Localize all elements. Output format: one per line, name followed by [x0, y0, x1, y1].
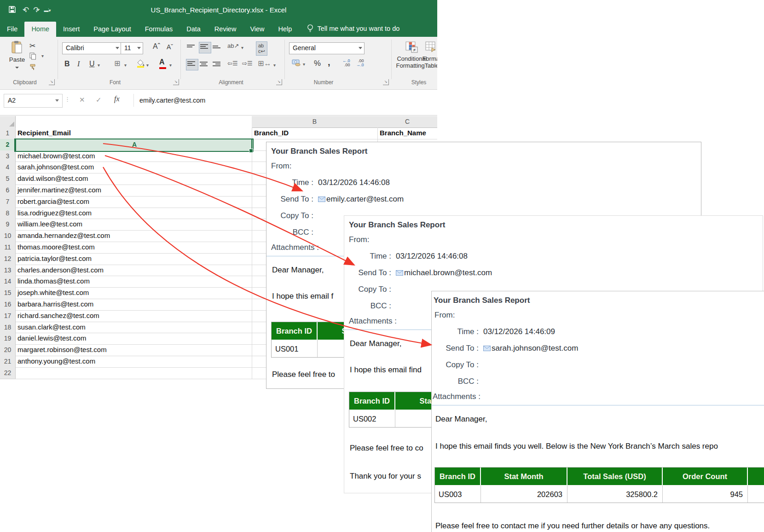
cell-a8[interactable]: lisa.rodriguez@test.com — [15, 208, 252, 220]
row-header[interactable]: 15 — [0, 287, 16, 299]
decrease-font-icon[interactable]: Aˇ — [167, 43, 173, 51]
tab-formulas[interactable]: Formulas — [138, 22, 179, 37]
row-header[interactable]: 10 — [0, 230, 16, 242]
cell-a16[interactable]: barbara.harris@test.com — [15, 299, 252, 311]
tab-help[interactable]: Help — [272, 22, 299, 37]
paste-dropdown-icon[interactable] — [15, 67, 19, 69]
row-header[interactable]: 11 — [0, 242, 16, 254]
column-header-c[interactable]: C — [377, 116, 437, 128]
row-header[interactable]: 8 — [0, 208, 16, 220]
cell-a11[interactable]: thomas.moore@test.com — [15, 242, 252, 254]
paste-button[interactable]: Paste — [6, 40, 28, 71]
cell-a7[interactable]: robert.garcia@test.com — [15, 196, 252, 208]
row-header[interactable]: 14 — [0, 276, 16, 288]
cell-a12[interactable]: patricia.taylor@test.com — [15, 253, 252, 265]
increase-font-icon[interactable]: Aˆ — [153, 42, 160, 51]
format-painter-icon[interactable] — [29, 64, 37, 73]
accounting-dropdown-icon[interactable]: ▾ — [303, 62, 305, 67]
cell-a6[interactable]: jennifer.martinez@test.com — [15, 185, 252, 197]
formula-input[interactable]: emily.carter@test.com — [133, 94, 437, 107]
cell-a1[interactable]: Recipient_Email — [15, 127, 252, 139]
increase-decimal-icon[interactable]: ←.0.00 — [342, 59, 350, 67]
tab-view[interactable]: View — [243, 22, 271, 37]
font-color-dropdown-icon[interactable]: ▾ — [169, 63, 172, 68]
merge-dropdown-icon[interactable]: ▾ — [273, 63, 276, 68]
tab-data[interactable]: Data — [179, 22, 208, 37]
row-header[interactable]: 19 — [0, 333, 16, 345]
font-size-select[interactable]: 11 — [121, 42, 143, 54]
enter-icon[interactable]: ✓ — [96, 96, 102, 104]
cell-a10[interactable]: amanda.hernandez@test.com — [15, 230, 252, 242]
row-header[interactable]: 22 — [0, 367, 16, 379]
tab-insert[interactable]: Insert — [56, 22, 87, 37]
cell-a20[interactable]: margaret.robinson@test.com — [15, 344, 252, 356]
row-header[interactable]: 6 — [0, 185, 16, 197]
percent-style-button[interactable]: % — [314, 59, 321, 68]
tab-file[interactable]: File — [0, 22, 24, 37]
cell-a14[interactable]: linda.thomas@test.com — [15, 276, 252, 288]
align-top-icon[interactable] — [187, 44, 195, 50]
fill-color-dropdown-icon[interactable]: ▾ — [146, 63, 149, 68]
cell-a21[interactable]: anthony.young@test.com — [15, 356, 252, 368]
cell-a15[interactable]: joseph.white@test.com — [15, 287, 252, 299]
column-header-b[interactable]: B — [252, 116, 378, 128]
font-name-select[interactable]: Calibri — [62, 42, 122, 54]
decrease-indent-icon[interactable]: ⇦☰ — [227, 60, 238, 67]
cut-icon[interactable]: ✂ — [29, 41, 35, 50]
wrap-text-icon[interactable]: abc↩ — [256, 41, 267, 56]
formula-bar-splitter[interactable]: ⋮ — [64, 96, 70, 103]
fill-color-icon[interactable] — [136, 59, 145, 69]
align-bottom-icon[interactable] — [213, 45, 220, 51]
insert-function-icon[interactable]: fx — [114, 95, 120, 103]
copy-icon[interactable] — [29, 52, 36, 62]
tab-review[interactable]: Review — [208, 22, 243, 37]
row-header[interactable]: 4 — [0, 162, 16, 173]
alignment-dialog-launcher[interactable]: ↘ — [276, 79, 282, 85]
row-header[interactable]: 13 — [0, 265, 16, 277]
cell-a18[interactable]: susan.clark@test.com — [15, 322, 252, 334]
cell-a13[interactable]: charles.anderson@test.com — [15, 265, 252, 277]
merge-center-icon[interactable]: ⊞↔ — [258, 59, 271, 68]
comma-style-button[interactable]: , — [328, 57, 330, 68]
row-header[interactable]: 2 — [0, 139, 16, 151]
fill-handle[interactable] — [249, 149, 253, 153]
align-center-icon[interactable] — [200, 61, 208, 67]
underline-dropdown-icon[interactable]: ▾ — [98, 63, 100, 68]
row-header[interactable]: 3 — [0, 150, 16, 162]
row-header[interactable]: 20 — [0, 344, 16, 356]
accounting-format-icon[interactable] — [292, 59, 301, 68]
cell-c1[interactable]: Branch_Name — [377, 127, 437, 139]
row-header[interactable]: 18 — [0, 322, 16, 334]
cell-b1[interactable]: Branch_ID — [252, 127, 378, 139]
row-header[interactable]: 7 — [0, 196, 16, 208]
cell-a22[interactable] — [15, 367, 252, 379]
cancel-icon[interactable]: ✕ — [79, 96, 85, 104]
number-format-select[interactable]: General — [289, 42, 365, 54]
clipboard-dialog-launcher[interactable]: ↘ — [49, 79, 55, 85]
row-header[interactable]: 12 — [0, 253, 16, 265]
row-header[interactable]: 9 — [0, 219, 16, 231]
copy-dropdown-icon[interactable]: ▾ — [41, 53, 44, 58]
italic-button[interactable]: I — [77, 60, 80, 68]
cell-a9[interactable]: william.lee@test.com — [15, 219, 252, 231]
cell-a5[interactable]: david.wilson@test.com — [15, 173, 252, 185]
select-all-corner[interactable] — [0, 116, 16, 128]
name-box[interactable]: A2 — [4, 94, 63, 108]
increase-indent-icon[interactable]: ⇨☰ — [242, 60, 253, 67]
row-header[interactable]: 17 — [0, 310, 16, 322]
row-header[interactable]: 21 — [0, 356, 16, 368]
underline-button[interactable]: U — [89, 60, 95, 68]
cell-a17[interactable]: richard.sanchez@test.com — [15, 310, 252, 322]
bold-button[interactable]: B — [64, 60, 70, 68]
borders-dropdown-icon[interactable]: ▾ — [124, 63, 127, 68]
font-dialog-launcher[interactable]: ↘ — [173, 79, 179, 85]
decrease-decimal-icon[interactable]: .00→.0 — [356, 59, 364, 67]
number-dialog-launcher[interactable]: ↘ — [383, 79, 389, 85]
format-as-table-button[interactable]: FormatTable — [418, 41, 437, 69]
row-header[interactable]: 1 — [0, 127, 16, 139]
cell-a19[interactable]: daniel.lewis@test.com — [15, 333, 252, 345]
align-right-icon[interactable] — [213, 61, 220, 67]
row-header[interactable]: 16 — [0, 299, 16, 311]
borders-icon[interactable]: ⊞ — [114, 59, 120, 68]
orientation-icon[interactable]: ab↗ — [227, 42, 239, 49]
